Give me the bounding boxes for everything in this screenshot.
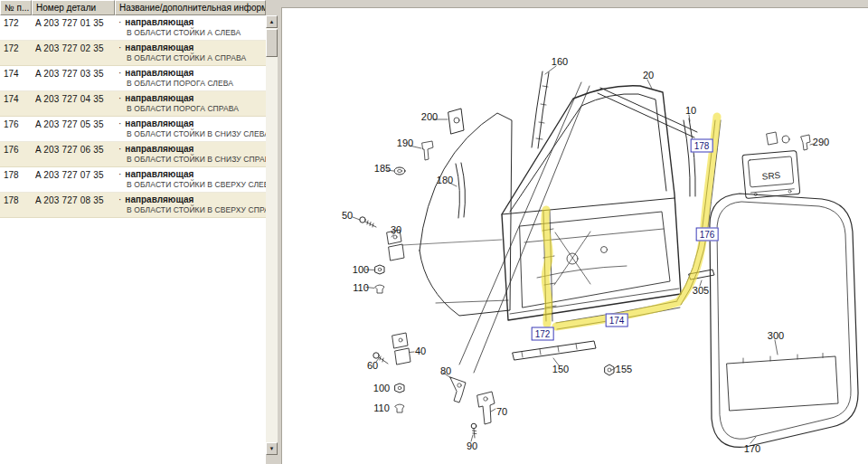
column-header-position[interactable]: № п... (0, 0, 32, 15)
bullet-icon: · (118, 118, 121, 128)
table-row[interactable]: 172A 203 727 01 35·направляющаяВ ОБЛАСТИ… (0, 15, 266, 41)
part-callout-190[interactable]: 190 (397, 137, 413, 148)
bullet-icon: · (118, 144, 121, 154)
part-callout-170[interactable]: 170 (744, 443, 760, 454)
cell-position-number: 174 (0, 91, 32, 116)
part-callout-50[interactable]: 50 (342, 210, 353, 221)
cell-name: ·направляющаяВ ОБЛАСТИ СТОЙКИ В СВЕРХУ С… (115, 193, 266, 217)
cell-position-number: 178 (0, 167, 32, 192)
part-callout-110[interactable]: 110 (353, 282, 369, 293)
cell-part-number: A 203 727 05 35 (32, 117, 115, 141)
part-callout-155[interactable]: 155 (616, 364, 632, 374)
part-callout-178[interactable]: 178 (691, 139, 713, 153)
parts-table-panel: № п... Номер детали Название/дополнитель… (0, 0, 266, 464)
cell-position-number: 176 (0, 142, 32, 166)
table-header: № п... Номер детали Название/дополнитель… (0, 0, 266, 15)
bullet-icon: · (118, 169, 121, 179)
part-callout-40[interactable]: 40 (415, 346, 426, 356)
part-callout-70[interactable]: 70 (496, 406, 507, 417)
cell-position-number: 172 (0, 41, 32, 65)
cell-part-number: A 203 727 02 35 (32, 41, 115, 65)
part-callout-150[interactable]: 150 (552, 364, 569, 374)
table-row[interactable]: 176A 203 727 05 35·направляющаяВ ОБЛАСТИ… (0, 117, 266, 142)
cell-position-number: 174 (0, 66, 32, 90)
cell-name: ·направляющаяВ ОБЛАСТИ ПОРОГА СЛЕВА (115, 66, 266, 90)
bullet-icon: · (118, 17, 121, 27)
bullet-icon: · (118, 194, 121, 204)
diagram-labels: 1602020019018518010290503010011040601001… (282, 7, 868, 464)
part-callout-180[interactable]: 180 (437, 175, 453, 185)
part-callout-100[interactable]: 100 (353, 264, 369, 275)
cell-part-number: A 203 727 01 35 (32, 15, 115, 40)
scrollbar-up-icon[interactable]: ▲ (266, 15, 278, 28)
table-row[interactable]: 172A 203 727 02 35·направляющаяВ ОБЛАСТИ… (0, 41, 266, 66)
part-callout-80[interactable]: 80 (440, 365, 451, 376)
cell-name: ·направляющаяВ ОБЛАСТИ СТОЙКИ В СВЕРХУ С… (115, 167, 266, 192)
cell-position-number: 172 (0, 15, 32, 40)
part-callout-60[interactable]: 60 (367, 360, 378, 371)
cell-name: ·направляющаяВ ОБЛАСТИ ПОРОГА СПРАВА (115, 91, 266, 116)
cell-name: ·направляющаяВ ОБЛАСТИ СТОЙКИ В СНИЗУ СП… (115, 142, 266, 166)
cell-part-number: A 203 727 08 35 (32, 193, 115, 217)
table-row[interactable]: 178A 203 727 07 35·направляющаяВ ОБЛАСТИ… (0, 167, 266, 193)
table-row[interactable]: 174A 203 727 03 35·направляющаяВ ОБЛАСТИ… (0, 66, 266, 91)
epc-window: № п... Номер детали Название/дополнитель… (0, 0, 868, 464)
part-callout-185[interactable]: 185 (374, 163, 391, 174)
table-scrollbar-track[interactable]: ▲ ▼ (266, 15, 278, 455)
part-callout-100[interactable]: 100 (373, 383, 390, 393)
part-callout-176[interactable]: 176 (696, 228, 719, 241)
column-header-partnumber[interactable]: Номер детали (32, 0, 115, 15)
column-header-name[interactable]: Название/дополнительная информация (115, 0, 266, 15)
part-callout-172[interactable]: 172 (532, 327, 554, 341)
bullet-icon: · (118, 68, 121, 78)
part-callout-174[interactable]: 174 (606, 314, 628, 327)
table-row[interactable]: 174A 203 727 04 35·направляющаяВ ОБЛАСТИ… (0, 91, 266, 117)
part-callout-200[interactable]: 200 (421, 111, 438, 122)
cell-part-number: A 203 727 03 35 (32, 66, 115, 90)
parts-table-body: 172A 203 727 01 35·направляющаяВ ОБЛАСТИ… (0, 15, 266, 218)
table-row[interactable]: 178A 203 727 08 35·направляющаяВ ОБЛАСТИ… (0, 193, 266, 218)
part-callout-300[interactable]: 300 (768, 330, 784, 341)
cell-name: ·направляющаяВ ОБЛАСТИ СТОЙКИ А СЛЕВА (115, 15, 266, 40)
part-callout-30[interactable]: 30 (391, 224, 401, 235)
cell-position-number: 178 (0, 193, 32, 217)
part-callout-20[interactable]: 20 (643, 70, 654, 80)
cell-name: ·направляющаяВ ОБЛАСТИ СТОЙКИ В СНИЗУ СЛ… (115, 117, 266, 141)
cell-name: ·направляющаяВ ОБЛАСТИ СТОЙКИ А СПРАВА (115, 41, 266, 65)
part-callout-10[interactable]: 10 (685, 105, 696, 116)
cell-part-number: A 203 727 06 35 (32, 142, 115, 166)
part-callout-110[interactable]: 110 (373, 402, 390, 413)
diagram-surface: SRS 160202001901851801029050301001104060… (281, 7, 868, 464)
bullet-icon: · (118, 93, 121, 103)
cell-part-number: A 203 727 07 35 (32, 167, 115, 192)
cell-part-number: A 203 727 04 35 (32, 91, 115, 116)
bullet-icon: · (118, 43, 121, 52)
table-row[interactable]: 176A 203 727 06 35·направляющаяВ ОБЛАСТИ… (0, 142, 266, 167)
part-callout-290[interactable]: 290 (813, 137, 829, 147)
scrollbar-thumb[interactable] (266, 29, 278, 57)
scrollbar-down-icon[interactable]: ▼ (266, 442, 278, 455)
part-callout-90[interactable]: 90 (467, 440, 477, 451)
cell-position-number: 176 (0, 117, 32, 141)
part-callout-305[interactable]: 305 (693, 285, 709, 296)
part-callout-160[interactable]: 160 (552, 56, 568, 67)
diagram-panel: SRS 160202001901851801029050301001104060… (278, 0, 868, 464)
